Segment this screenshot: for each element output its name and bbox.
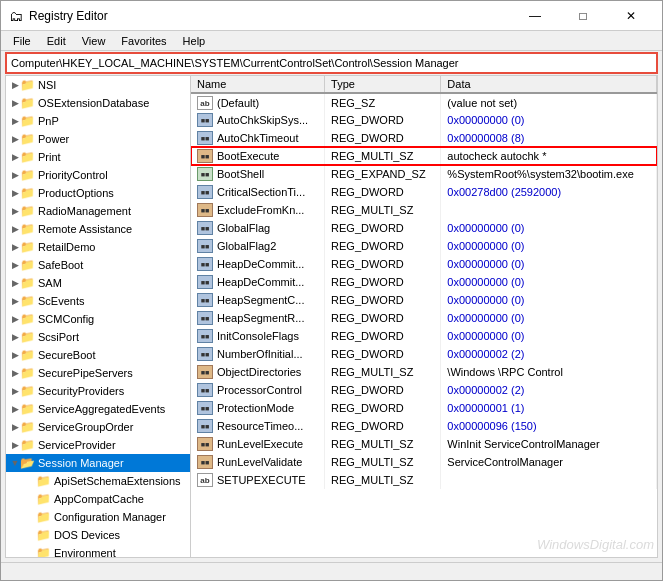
tree-item[interactable]: ▼📂Session Manager <box>6 454 190 472</box>
value-type-cell: REG_DWORD <box>325 309 441 327</box>
tree-panel[interactable]: ▶📁NSI▶📁OSExtensionDatabase▶📁PnP▶📁Power▶📁… <box>6 76 191 557</box>
maximize-button[interactable]: □ <box>560 1 606 31</box>
minimize-button[interactable]: — <box>512 1 558 31</box>
tree-item[interactable]: ▶📁PriorityControl <box>6 166 190 184</box>
menu-edit[interactable]: Edit <box>39 31 74 51</box>
menu-favorites[interactable]: Favorites <box>113 31 174 51</box>
tree-item[interactable]: ▶📁Print <box>6 148 190 166</box>
table-row[interactable]: ■■ProtectionModeREG_DWORD0x00000001 (1) <box>191 399 657 417</box>
table-row[interactable]: ■■HeapSegmentR...REG_DWORD0x00000000 (0) <box>191 309 657 327</box>
table-row[interactable]: ■■AutoChkSkipSys...REG_DWORD0x00000000 (… <box>191 111 657 129</box>
table-row[interactable]: ■■NumberOfInitial...REG_DWORD0x00000002 … <box>191 345 657 363</box>
table-row[interactable]: ■■InitConsoleFlagsREG_DWORD0x00000000 (0… <box>191 327 657 345</box>
table-row[interactable]: ■■GlobalFlag2REG_DWORD0x00000000 (0) <box>191 237 657 255</box>
col-type: Type <box>325 76 441 93</box>
tree-item[interactable]: 📁AppCompatCache <box>6 490 190 508</box>
value-name-cell: ■■GlobalFlag <box>191 219 325 237</box>
tree-item[interactable]: ▶📁SecurePipeServers <box>6 364 190 382</box>
tree-item[interactable]: 📁ApiSetSchemaExtensions <box>6 472 190 490</box>
tree-item[interactable]: 📁DOS Devices <box>6 526 190 544</box>
folder-icon: 📁 <box>20 384 35 398</box>
tree-item[interactable]: ▶📁ScsiPort <box>6 328 190 346</box>
table-row[interactable]: ■■ProcessorControlREG_DWORD0x00000002 (2… <box>191 381 657 399</box>
tree-item[interactable]: ▶📁RadioManagement <box>6 202 190 220</box>
tree-item[interactable]: ▶📁ServiceGroupOrder <box>6 418 190 436</box>
table-row[interactable]: ■■GlobalFlagREG_DWORD0x00000000 (0) <box>191 219 657 237</box>
tree-expand-icon: ▶ <box>10 350 20 360</box>
folder-icon: 📁 <box>20 420 35 434</box>
data-value: 0x00000000 (0) <box>447 222 524 234</box>
tree-expand-icon: ▶ <box>10 206 20 216</box>
value-type-cell: REG_MULTI_SZ <box>325 363 441 381</box>
tree-item[interactable]: ▶📁OSExtensionDatabase <box>6 94 190 112</box>
menu-help[interactable]: Help <box>175 31 214 51</box>
value-type-cell: REG_DWORD <box>325 111 441 129</box>
tree-item[interactable]: ▶📁ProductOptions <box>6 184 190 202</box>
table-row[interactable]: abSETUPEXECUTEREG_MULTI_SZ <box>191 471 657 489</box>
data-value: 0x00000000 (0) <box>447 240 524 252</box>
value-name-cell: ■■CriticalSectionTi... <box>191 183 325 201</box>
folder-icon: 📁 <box>20 348 35 362</box>
data-value: 0x00000000 (0) <box>447 330 524 342</box>
value-type-cell: REG_DWORD <box>325 417 441 435</box>
table-row[interactable]: ■■CriticalSectionTi...REG_DWORD0x00278d0… <box>191 183 657 201</box>
address-input[interactable] <box>11 57 652 69</box>
tree-item[interactable]: ▶📁SecurityProviders <box>6 382 190 400</box>
value-type-cell: REG_DWORD <box>325 255 441 273</box>
table-row[interactable]: ■■ExcludeFromKn...REG_MULTI_SZ <box>191 201 657 219</box>
folder-icon: 📁 <box>36 528 51 542</box>
tree-item-label: SecurityProviders <box>38 385 124 397</box>
dword-type-icon: ■■ <box>197 131 213 145</box>
dword-type-icon: ■■ <box>197 257 213 271</box>
dword-type-icon: ■■ <box>197 329 213 343</box>
tree-item[interactable]: ▶📁ServiceProvider <box>6 436 190 454</box>
menu-file[interactable]: File <box>5 31 39 51</box>
values-panel[interactable]: Name Type Data ab(Default)REG_SZ(value n… <box>191 76 657 557</box>
value-name: GlobalFlag <box>217 222 270 234</box>
table-row[interactable]: ■■AutoChkTimeoutREG_DWORD0x00000008 (8) <box>191 129 657 147</box>
value-data-cell: \Windows \RPC Control <box>441 363 657 381</box>
table-row[interactable]: ■■RunLevelExecuteREG_MULTI_SZWinInit Ser… <box>191 435 657 453</box>
value-type-cell: REG_MULTI_SZ <box>325 453 441 471</box>
tree-item[interactable]: ▶📁ScEvents <box>6 292 190 310</box>
table-row[interactable]: ■■BootShellREG_EXPAND_SZ%SystemRoot%\sys… <box>191 165 657 183</box>
value-data-cell: 0x00000001 (1) <box>441 399 657 417</box>
table-row[interactable]: ■■HeapDeCommit...REG_DWORD0x00000000 (0) <box>191 255 657 273</box>
tree-item[interactable]: ▶📁Remote Assistance <box>6 220 190 238</box>
folder-icon: 📁 <box>20 150 35 164</box>
tree-expand-icon: ▶ <box>10 422 20 432</box>
table-row[interactable]: ■■BootExecuteREG_MULTI_SZautocheck autoc… <box>191 147 657 165</box>
table-row[interactable]: ■■RunLevelValidateREG_MULTI_SZServiceCon… <box>191 453 657 471</box>
app-icon: 🗂 <box>9 8 23 24</box>
tree-item[interactable]: 📁Configuration Manager <box>6 508 190 526</box>
value-name-cell: ■■AutoChkTimeout <box>191 129 325 147</box>
expand-type-icon: ■■ <box>197 167 213 181</box>
address-bar[interactable] <box>5 52 658 74</box>
tree-item[interactable]: ▶📁PnP <box>6 112 190 130</box>
table-row[interactable]: ab(Default)REG_SZ(value not set) <box>191 93 657 111</box>
folder-icon: 📂 <box>20 456 35 470</box>
tree-item[interactable]: ▶📁SafeBoot <box>6 256 190 274</box>
menu-view[interactable]: View <box>74 31 114 51</box>
tree-item[interactable]: ▶📁SecureBoot <box>6 346 190 364</box>
tree-item-label: Print <box>38 151 61 163</box>
tree-item[interactable]: ▶📁ServiceAggregatedEvents <box>6 400 190 418</box>
table-row[interactable]: ■■ResourceTimeo...REG_DWORD0x00000096 (1… <box>191 417 657 435</box>
tree-item[interactable]: ▶📁Power <box>6 130 190 148</box>
tree-item[interactable]: ▶📁SCMConfig <box>6 310 190 328</box>
value-name: AutoChkTimeout <box>217 132 299 144</box>
table-row[interactable]: ■■HeapSegmentC...REG_DWORD0x00000000 (0) <box>191 291 657 309</box>
value-name-cell: ■■ResourceTimeo... <box>191 417 325 435</box>
tree-item[interactable]: 📁Environment <box>6 544 190 557</box>
value-type-cell: REG_DWORD <box>325 219 441 237</box>
table-row[interactable]: ■■ObjectDirectoriesREG_MULTI_SZ\Windows … <box>191 363 657 381</box>
value-name-cell: abSETUPEXECUTE <box>191 471 325 489</box>
value-data-cell: 0x00278d00 (2592000) <box>441 183 657 201</box>
table-row[interactable]: ■■HeapDeCommit...REG_DWORD0x00000000 (0) <box>191 273 657 291</box>
close-button[interactable]: ✕ <box>608 1 654 31</box>
tree-item[interactable]: ▶📁RetailDemo <box>6 238 190 256</box>
tree-item[interactable]: ▶📁NSI <box>6 76 190 94</box>
tree-expand-icon: ▶ <box>10 386 20 396</box>
col-data: Data <box>441 76 657 93</box>
tree-item[interactable]: ▶📁SAM <box>6 274 190 292</box>
